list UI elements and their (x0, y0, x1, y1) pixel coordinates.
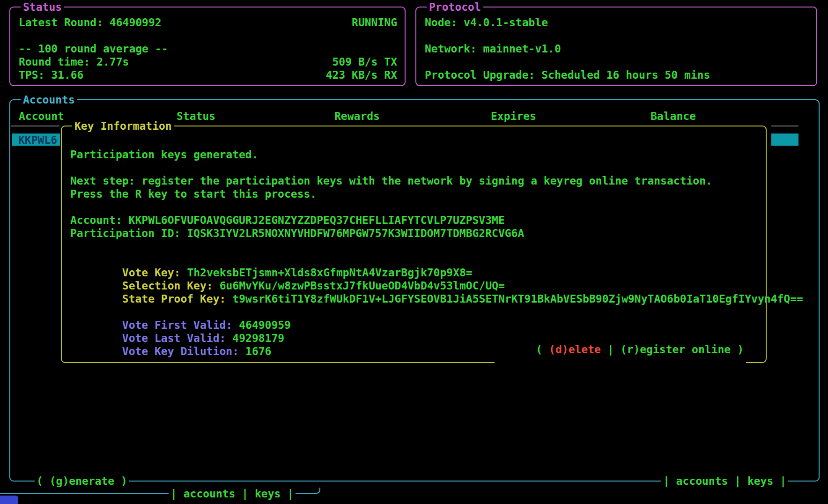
next-step-line2: Press the R key to start this process. (70, 187, 758, 200)
terminal-screen: Status Latest Round: 46490992 RUNNING --… (0, 0, 828, 504)
vote-first-valid-label: Vote First Valid: (122, 319, 232, 331)
account-address-line: Account: KKPWL6OFVUFOAVQGGURJ2EGNZYZZDPE… (70, 214, 758, 227)
key-information-title: Key Information (72, 119, 174, 133)
round-time-text: Round time: 2.77s (19, 55, 129, 68)
vote-key-label: Vote Key: (122, 267, 181, 279)
vote-key-dilution-label: Vote Key Dilution: (122, 345, 239, 357)
header-separator-right (771, 126, 798, 126)
tx-rate-text: 509 B/s TX (333, 55, 397, 68)
state-proof-key-label: State Proof Key: (122, 293, 226, 305)
selection-key-label: Selection Key: (122, 280, 213, 292)
column-header-account: Account (19, 110, 64, 123)
key-information-dialog: Key Information Participation keys gener… (61, 126, 767, 363)
terminal-corner-block (0, 496, 18, 504)
vote-key-value: Th2veksbETjsmn+Xlds8xGfmpNtA4VzarBgjk70p… (187, 267, 472, 279)
selected-account-row[interactable]: KKPWL6 (12, 133, 60, 146)
column-header-balance: Balance (651, 110, 696, 123)
column-header-expires: Expires (491, 110, 536, 123)
protocol-panel-title: Protocol (427, 0, 483, 14)
accounts-panel-title: Accounts (21, 93, 77, 106)
actions-separator: | (607, 343, 614, 356)
rx-rate-text: 423 KB/s RX (326, 68, 397, 82)
bottom-accounts-keys-tabs[interactable]: | accounts | keys | (169, 487, 296, 500)
participation-id-line: Participation ID: IQSK3IYV2LR5NOXNYVHDFW… (70, 227, 758, 240)
tps-text: TPS: 31.66 (19, 68, 83, 82)
vote-first-valid-value: 46490959 (239, 319, 291, 331)
selection-key-value: 6u6MvYKu/w8zwPBsstxJ7fkUueOD4VbD4v53lmOC… (220, 280, 505, 292)
latest-round-text: Latest Round: 46490992 (19, 16, 162, 29)
accounts-keys-tabs[interactable]: | accounts | keys | (661, 474, 788, 488)
register-online-action[interactable]: (r)egister online (621, 343, 731, 356)
node-version-text: Node: v4.0.1-stable (425, 16, 809, 29)
column-header-rewards: Rewards (334, 110, 380, 123)
dialog-actions: ((d)elete|(r)egister online) (495, 330, 746, 369)
vote-last-valid-label: Vote Last Valid: (122, 332, 226, 344)
actions-open-paren: ( (536, 343, 542, 356)
delete-action[interactable]: (d)elete (549, 343, 601, 356)
status-panel-title: Status (21, 0, 64, 14)
background-window-corner (313, 488, 320, 494)
network-text: Network: mainnet-v1.0 (425, 42, 809, 55)
header-separator-left (11, 126, 59, 126)
generate-action[interactable]: ( (g)enerate ) (35, 474, 129, 488)
column-header-status: Status (177, 110, 215, 123)
protocol-panel: Protocol Node: v4.0.1-stable Network: ma… (415, 7, 817, 86)
round-average-header: -- 100 round average -- (19, 42, 397, 55)
state-proof-key-value: t9wsrK6tiT1Y8zfWUkDF1V+LJGFYSEOVB1JiA5SE… (232, 293, 803, 305)
vote-last-valid-value: 49298179 (232, 332, 284, 344)
selected-row-balance-cell[interactable] (771, 133, 798, 146)
protocol-upgrade-text: Protocol Upgrade: Scheduled 16 hours 50 … (425, 68, 809, 82)
next-step-line1: Next step: register the participation ke… (70, 174, 758, 187)
status-panel: Status Latest Round: 46490992 RUNNING --… (9, 7, 406, 86)
vote-key-dilution-value: 1676 (245, 345, 271, 357)
actions-close-paren: ) (737, 343, 744, 356)
run-state-badge: RUNNING (352, 16, 397, 29)
keys-generated-message: Participation keys generated. (70, 148, 758, 161)
selected-account-text: KKPWL6 (12, 134, 57, 146)
